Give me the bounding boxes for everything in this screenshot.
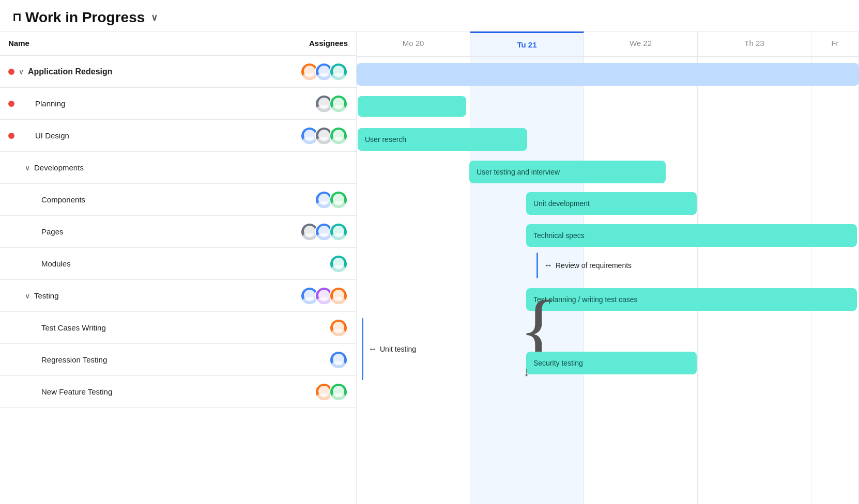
status-dot	[8, 101, 14, 107]
table-row[interactable]: UI Design	[0, 120, 356, 152]
avatar	[329, 191, 348, 209]
assignees-cell	[273, 255, 356, 273]
assignees-cell	[273, 319, 356, 337]
row-name-cell: Test Cases Writing	[0, 323, 273, 332]
avatar	[329, 383, 348, 401]
row-name-cell: Regression Testing	[0, 355, 273, 364]
row-name-cell: Planning	[0, 99, 273, 108]
avatar	[329, 223, 348, 241]
task-label: Regression Testing	[8, 355, 107, 364]
row-name-cell: New Feature Testing	[0, 387, 273, 396]
day-header-th23: Th 23	[698, 32, 811, 56]
avatar	[329, 351, 348, 369]
bookmark-icon: ⊓	[12, 11, 21, 24]
row-name-cell: ∨ Application Redesign	[0, 67, 273, 76]
table-row[interactable]: Pages	[0, 216, 356, 248]
avatar-stack	[300, 287, 348, 305]
title-chevron-icon[interactable]: ∨	[151, 12, 158, 23]
task-list: ∨ Application Redesign	[0, 56, 356, 504]
gantt-col-we	[584, 57, 698, 504]
table-row[interactable]: Modules	[0, 248, 356, 280]
day-header-we22: We 22	[584, 32, 698, 56]
table-row[interactable]: New Feature Testing	[0, 376, 356, 408]
row-name-cell: ∨ Developments	[0, 163, 273, 172]
left-panel: Name Assignees ∨ Application Redesign	[0, 32, 357, 504]
avatar	[329, 62, 348, 81]
avatar-stack	[329, 319, 348, 337]
gantt-col-th	[698, 57, 811, 504]
task-label: Modules	[8, 259, 71, 268]
assignees-cell	[273, 287, 356, 305]
header: ⊓ Work in Progress ∨	[0, 0, 859, 31]
avatar-stack	[315, 191, 348, 209]
table-row[interactable]: Planning	[0, 88, 356, 120]
app-container: ⊓ Work in Progress ∨ Name Assignees ∨ Ap…	[0, 0, 859, 504]
table-row[interactable]: Test Cases Writing	[0, 312, 356, 344]
expand-icon[interactable]: ∨	[25, 164, 30, 172]
day-header-fr: Fr	[811, 32, 859, 56]
gantt-wrapper: Name Assignees ∨ Application Redesign	[0, 31, 859, 504]
row-name-cell: Components	[0, 195, 273, 204]
avatar-stack	[315, 383, 348, 401]
name-column-header: Name	[0, 32, 273, 55]
left-panel-header: Name Assignees	[0, 32, 356, 56]
assignees-cell	[273, 383, 356, 401]
day-header-tu21: Tu 21	[470, 32, 584, 56]
avatar-stack	[329, 255, 348, 273]
gantt-header: Mo 20 Tu 21 We 22 Th 23 Fr	[357, 32, 859, 57]
title-text: Work in Progress	[25, 9, 145, 26]
assignees-cell	[273, 127, 356, 145]
assignees-cell	[273, 351, 356, 369]
gantt-chart: Mo 20 Tu 21 We 22 Th 23 Fr	[357, 32, 859, 504]
task-label: Application Redesign	[28, 67, 113, 76]
assignees-cell	[273, 94, 356, 113]
expand-icon[interactable]: ∨	[25, 292, 30, 300]
table-row[interactable]: ∨ Application Redesign	[0, 56, 356, 88]
avatar	[329, 127, 348, 145]
table-row[interactable]: ∨ Developments	[0, 152, 356, 184]
task-label: Test Cases Writing	[8, 323, 106, 332]
expand-icon[interactable]: ∨	[19, 68, 24, 76]
row-name-cell: Modules	[0, 259, 273, 268]
status-dot	[8, 133, 14, 139]
assignees-cell	[273, 191, 356, 209]
table-row[interactable]: ∨ Testing	[0, 280, 356, 312]
task-label: Components	[8, 195, 85, 204]
gantt-col-fr	[811, 57, 859, 504]
assignees-cell	[273, 62, 356, 81]
row-name-cell: Pages	[0, 227, 273, 236]
assignees-cell	[273, 223, 356, 241]
task-label: New Feature Testing	[8, 387, 112, 396]
table-row[interactable]: Regression Testing	[0, 344, 356, 376]
page-title: ⊓ Work in Progress ∨	[12, 9, 158, 26]
avatar-stack	[300, 223, 348, 241]
row-name-cell: ∨ Testing	[0, 291, 273, 300]
status-dot	[8, 69, 14, 75]
task-label: Planning	[19, 99, 65, 108]
avatar-stack	[300, 127, 348, 145]
task-label: Developments	[34, 163, 84, 172]
task-label: Pages	[8, 227, 64, 236]
table-row[interactable]: Components	[0, 184, 356, 216]
avatar	[329, 255, 348, 273]
avatar	[329, 287, 348, 305]
avatar-stack	[315, 94, 348, 113]
gantt-col-tu	[470, 57, 584, 504]
gantt-body: User reserch User testing and interview …	[357, 57, 859, 504]
gantt-col-mo	[357, 57, 470, 504]
day-header-mo20: Mo 20	[357, 32, 470, 56]
row-name-cell: UI Design	[0, 131, 273, 140]
avatar-stack	[300, 62, 348, 81]
avatar	[329, 319, 348, 337]
avatar-stack	[329, 351, 348, 369]
gantt-grid	[357, 57, 859, 504]
avatar	[329, 94, 348, 113]
assignees-column-header: Assignees	[273, 32, 356, 55]
task-label: Testing	[34, 291, 59, 300]
task-label: UI Design	[19, 131, 69, 140]
